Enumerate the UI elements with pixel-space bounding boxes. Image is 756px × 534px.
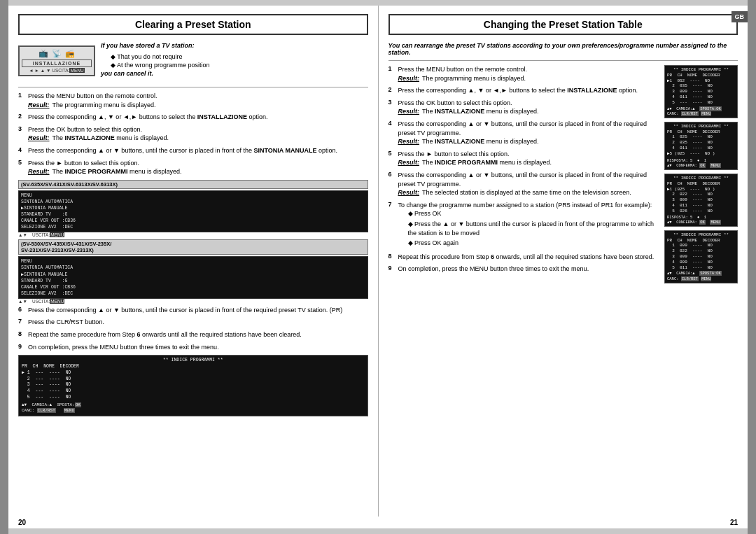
page-num-right: 21 (730, 519, 738, 526)
right-screen-1: ** INDICE PROGRAMMI ** PR CH NOME DECODE… (664, 65, 738, 118)
model-label-2: (SV-530X/SV-435X/SV-431X/SV-235X/SV-231X… (18, 239, 368, 255)
bullet-2: At the wrong programme position (111, 62, 368, 69)
step-7: 7 Press the CLR/RST button. (18, 318, 368, 327)
step-4: 4 Press the corresponding ▲ or ▼ buttons… (18, 146, 368, 155)
r-step-2: 2 Press the corresponding ▲, ▼ or ◄,► bu… (388, 86, 659, 95)
right-screen-4: ** INDICE PROGRAMMI ** PR CH NOME DECODE… (664, 230, 738, 283)
installazione-label: INSTALLAZIONE (22, 59, 92, 67)
step-list-left-2: 6 Press the corresponding ▲ or ▼ buttons… (18, 306, 368, 351)
right-accent (748, 0, 756, 534)
sub-bullet-2: Press the ▲ or ▼ buttons until the curso… (408, 220, 659, 237)
page-num-left: 20 (18, 519, 26, 526)
intro-label: If you have stored a TV station: (101, 42, 368, 49)
right-column: GB Changing the Preset Station Table You… (379, 6, 748, 517)
sub-bullet-1: Press OK (408, 209, 659, 218)
step-8: 8 Repeat the same procedure from Step 6 … (18, 330, 368, 339)
screen-menu-2: MENU SINTONIA AUTOMATICA ▶SINTONIA MANUA… (18, 256, 368, 299)
page-container: Clearing a Preset Station 📺 📡 📻 INSTALLA… (0, 0, 756, 534)
r-step-4: 4 Press the corresponding ▲ or ▼ buttons… (388, 120, 659, 146)
radio-icon: 📻 (65, 49, 75, 58)
r-step-8: 8 Repeat this procedure from Step 6 onwa… (388, 253, 659, 262)
left-accent (0, 0, 8, 534)
right-screen-3: ** INDICE PROGRAMMI ** PR CH NOME DECODE… (664, 174, 738, 227)
sub-bullet-3: Press OK again (408, 239, 659, 248)
left-section-title: Clearing a Preset Station (18, 14, 368, 35)
r-step-1: 1 Press the MENU button on the remote co… (388, 65, 659, 83)
step-2: 2 Press the corresponding ▲, ▼ or ◄,► bu… (18, 113, 368, 122)
bullet-1: That you do not require (111, 53, 368, 60)
model-label-1: (SV-635X/SV-431X/SV-6313X/SV-6313X) (18, 180, 368, 189)
tv-icon: 📺 (38, 49, 48, 58)
nav-hint-menu2: ▲▼ USCITA:MENU (18, 299, 368, 304)
gb-badge: GB (732, 11, 748, 22)
r-step-3: 3 Press the OK button to select this opt… (388, 99, 659, 116)
step-3: 3 Press the OK button to select this opt… (18, 125, 368, 143)
step-list-left: 1 Press the MENU button on the remote co… (18, 92, 368, 176)
columns: Clearing a Preset Station 📺 📡 📻 INSTALLA… (8, 6, 748, 517)
screen-menu-1: MENU SINTONIA AUTOMATICA ▶SINTONIA MANUA… (18, 190, 368, 233)
page-numbers: 20 21 (8, 517, 748, 528)
right-screens: ** INDICE PROGRAMMI ** PR CH NOME DECODE… (664, 65, 738, 283)
tv-unit-1: 📺 📡 📻 INSTALLAZIONE ◄ ► ▲ ▼ USCITA:MENU (18, 45, 95, 76)
main-content: Clearing a Preset Station 📺 📡 📻 INSTALLA… (8, 0, 748, 534)
r-step-5: 5 Press the ► button to select this opti… (388, 150, 659, 167)
right-section-title: Changing the Preset Station Table (388, 14, 738, 35)
right-steps: 1 Press the MENU button on the remote co… (388, 65, 659, 274)
step-5: 5 Press the ► button to select this opti… (18, 159, 368, 176)
r-step-6: 6 Press the corresponding ▲ or ▼ buttons… (388, 171, 659, 197)
divider-right (388, 60, 738, 61)
step-6: 6 Press the corresponding ▲ or ▼ buttons… (18, 306, 368, 315)
indice-screen-left: ** INDICE PROGRAMMI ** PR CH NOME DECODE… (18, 355, 368, 416)
cancel-text: you can cancel it. (101, 70, 368, 77)
right-intro: You can rearrange the preset TV stations… (388, 42, 738, 56)
nav-hint-1: ◄ ► ▲ ▼ USCITA:MENU (22, 68, 92, 73)
step-1: 1 Press the MENU button on the remote co… (18, 92, 368, 109)
nav-hint-menu1: ▲▼ USCITA:MENU (18, 232, 368, 237)
step-9: 9 On completion, press the MENU button t… (18, 343, 368, 352)
right-screen-2: ** INDICE PROGRAMMI ** PR CH NOME DECODE… (664, 122, 738, 170)
left-column: Clearing a Preset Station 📺 📡 📻 INSTALLA… (8, 6, 379, 517)
r-step-7: 7 To change the programme number assigne… (388, 201, 659, 249)
divider-1 (18, 87, 368, 87)
signal-icon: 📡 (52, 49, 62, 58)
r-step-9: 9 On completion, press the MENU button t… (388, 265, 659, 274)
